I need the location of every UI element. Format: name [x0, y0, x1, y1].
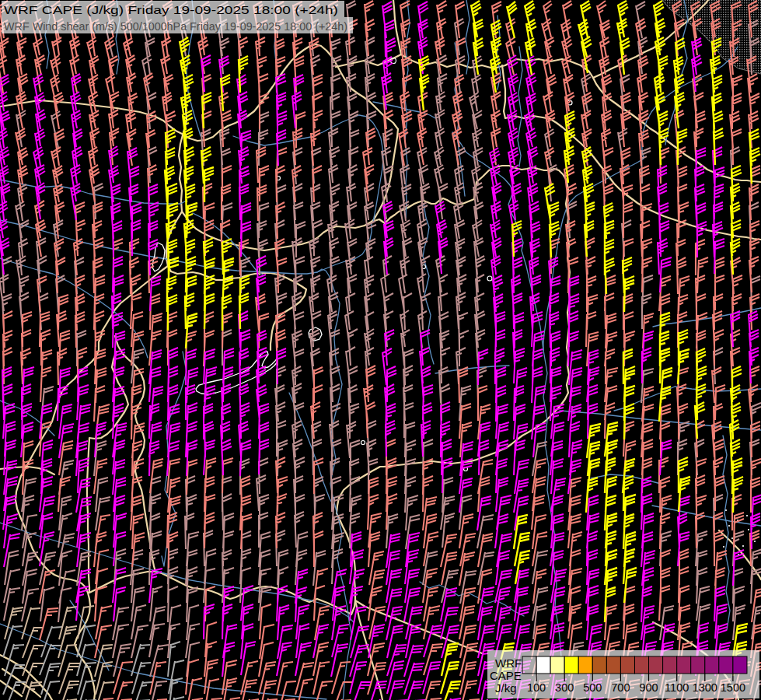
svg-text:WRF Wind shear (m/s) 500/1000h: WRF Wind shear (m/s) 500/1000hPa Friday …	[4, 20, 347, 33]
svg-text:100: 100	[527, 681, 546, 694]
svg-text:500: 500	[583, 681, 602, 694]
svg-text:WRF CAPE (J/kg) Friday 19-09-2: WRF CAPE (J/kg) Friday 19-09-2025 18:00 …	[4, 3, 338, 16]
svg-text:CAPE: CAPE	[490, 669, 522, 682]
svg-text:700: 700	[611, 681, 630, 694]
svg-text:900: 900	[639, 681, 658, 694]
svg-text:WRF: WRF	[495, 656, 522, 670]
svg-text:1500: 1500	[721, 681, 745, 694]
svg-text:1300: 1300	[693, 681, 717, 694]
svg-text:300: 300	[555, 681, 574, 694]
svg-text:J/kg: J/kg	[495, 681, 517, 695]
svg-text:1100: 1100	[665, 681, 689, 694]
